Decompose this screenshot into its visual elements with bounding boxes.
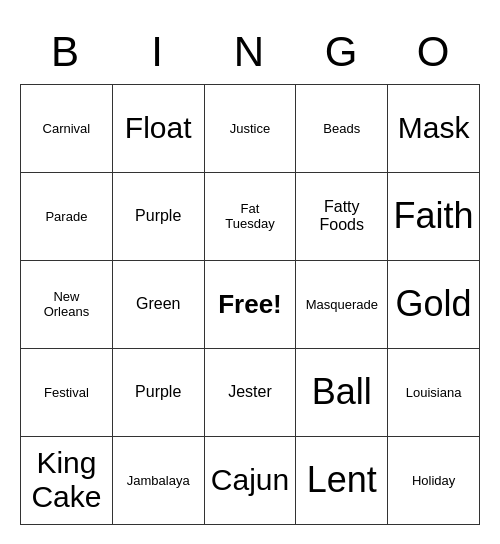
bingo-cell: Purple	[112, 348, 204, 436]
table-row: CarnivalFloatJusticeBeadsMask	[21, 84, 480, 172]
bingo-cell: Float	[112, 84, 204, 172]
bingo-cell: Carnival	[21, 84, 113, 172]
table-row: ParadePurpleFatTuesdayFattyFoodsFaith	[21, 172, 480, 260]
bingo-cell: Parade	[21, 172, 113, 260]
bingo-header: BINGO	[20, 20, 480, 84]
bingo-cell: Mask	[388, 84, 480, 172]
table-row: FestivalPurpleJesterBallLouisiana	[21, 348, 480, 436]
header-letter: O	[388, 20, 480, 84]
table-row: NewOrleansGreenFree!MasqueradeGold	[21, 260, 480, 348]
bingo-cell: NewOrleans	[21, 260, 113, 348]
bingo-cell: Purple	[112, 172, 204, 260]
bingo-cell: King Cake	[21, 436, 113, 524]
header-letter: G	[296, 20, 388, 84]
bingo-cell: Ball	[296, 348, 388, 436]
header-letter: B	[20, 20, 112, 84]
bingo-cell: Justice	[204, 84, 296, 172]
bingo-cell: Beads	[296, 84, 388, 172]
bingo-grid: CarnivalFloatJusticeBeadsMaskParadePurpl…	[20, 84, 480, 525]
bingo-cell: Free!	[204, 260, 296, 348]
bingo-cell: Faith	[388, 172, 480, 260]
bingo-cell: Cajun	[204, 436, 296, 524]
bingo-cell: Festival	[21, 348, 113, 436]
bingo-cell: Gold	[388, 260, 480, 348]
bingo-cell: Jambalaya	[112, 436, 204, 524]
bingo-cell: FatTuesday	[204, 172, 296, 260]
bingo-cell: Masquerade	[296, 260, 388, 348]
table-row: King CakeJambalayaCajunLentHoliday	[21, 436, 480, 524]
bingo-cell: Lent	[296, 436, 388, 524]
bingo-cell: Louisiana	[388, 348, 480, 436]
bingo-cell: Jester	[204, 348, 296, 436]
header-letter: N	[204, 20, 296, 84]
bingo-cell: Holiday	[388, 436, 480, 524]
bingo-cell: Green	[112, 260, 204, 348]
header-letter: I	[112, 20, 204, 84]
bingo-cell: FattyFoods	[296, 172, 388, 260]
